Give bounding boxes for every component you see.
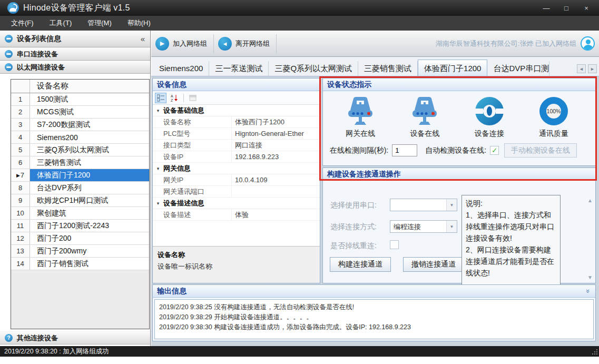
table-row[interactable]: 1 1500测试 xyxy=(11,93,149,106)
other-section-icon: ? xyxy=(5,334,13,342)
auto-detect-checkbox[interactable]: ✓ xyxy=(490,146,499,155)
device-list-icon xyxy=(5,35,13,43)
menu-bar: 文件(F) 工具(T) 管理(M) 帮助(H) xyxy=(0,16,599,31)
category-description-info[interactable]: ▾ 设备描述信息 xyxy=(153,198,320,209)
table-row[interactable]: 3 S7-200数据测试 xyxy=(11,119,149,131)
close-icon[interactable]: × xyxy=(582,4,591,12)
dropdown-arrow-icon[interactable]: ▼ xyxy=(446,199,457,211)
table-row[interactable]: 14 西门子销售测试 xyxy=(11,258,149,270)
category-chevron-icon[interactable]: ▾ xyxy=(153,108,163,113)
other-section-label: 其他连接设备 xyxy=(17,333,58,343)
instruction-note: 说明: 1、选择串口、连接方式和掉线重连操作选项只对串口连接设备有效! 2、网口… xyxy=(461,195,561,286)
category-chevron-icon[interactable]: ▾ xyxy=(153,166,163,171)
tab-delta-dvp[interactable]: 台达DVP串口测 xyxy=(487,61,549,76)
network-toolbar: ▶ 加入网络组 ◄ 离开网络组 湖南华辰智通科技有限公司:张烨 已加入网络组 xyxy=(151,31,599,57)
property-row[interactable]: PLC型号 Hignton-General-Ether xyxy=(153,128,320,140)
tab-scroll-left-icon[interactable]: ◄ xyxy=(577,64,586,73)
table-row[interactable]: 8 台达DVP系列 xyxy=(11,182,149,194)
table-row[interactable]: 10 聚创建筑 xyxy=(11,207,149,220)
table-row[interactable]: 11 西门子1200测试-2243 xyxy=(11,220,149,232)
property-row[interactable]: 设备描述 体验 xyxy=(153,209,320,221)
device-info-panel: 设备信息 AZ ▾ 设备基础信息 设备名称 体验西门子1200 PLC型号 Hi… xyxy=(152,78,320,283)
menu-manage[interactable]: 管理(M) xyxy=(80,16,120,31)
interval-input[interactable] xyxy=(392,144,417,156)
output-panel-header: 输出信息 » xyxy=(153,285,595,298)
build-channel-button[interactable]: 构建连接通道 xyxy=(330,257,391,272)
user-avatar[interactable] xyxy=(581,36,595,51)
tab-siemens200[interactable]: Siemens200 xyxy=(153,61,209,76)
sort-az-icon[interactable]: AZ xyxy=(169,93,180,103)
gateway-online-icon xyxy=(343,95,378,127)
maximize-icon[interactable]: □ xyxy=(562,4,571,12)
table-row[interactable]: 6 三菱销售测试 xyxy=(11,156,149,169)
device-table-header: 设备名称 xyxy=(11,80,149,93)
dropdown-arrow-icon[interactable]: ▼ xyxy=(446,221,457,232)
join-network-button[interactable]: ▶ 加入网络组 xyxy=(151,34,214,53)
table-row[interactable]: 12 西门子200 xyxy=(11,232,149,245)
tab-sanyi-pump[interactable]: 三一泵送测试 xyxy=(209,61,269,76)
selected-property-name: 设备名称 xyxy=(158,250,315,260)
tab-scroll-right-icon[interactable]: ► xyxy=(588,64,597,73)
property-row[interactable]: 网关IP 10.0.4.109 xyxy=(153,174,320,186)
device-connect-indicator: 设备连接 xyxy=(460,95,518,139)
tab-mitsubishi-sales[interactable]: 三菱销售测试 xyxy=(358,61,418,76)
table-row[interactable]: 4 Siemens200 xyxy=(11,131,149,144)
status-bar-text: 2019/2/20 9:38:20 : 加入网络组成功 xyxy=(4,347,109,356)
device-connect-icon xyxy=(474,95,505,127)
property-row[interactable]: 设备名称 体验西门子1200 xyxy=(153,116,320,128)
interval-label: 在线检测间隔(秒): xyxy=(330,146,388,155)
reconnect-checkbox[interactable] xyxy=(390,240,399,249)
output-title: 输出信息 xyxy=(157,285,186,297)
category-gateway-info[interactable]: ▾ 网关信息 xyxy=(153,163,320,174)
section-ethernet-devices[interactable]: 以太网连接设备 xyxy=(0,61,150,74)
revoke-channel-button[interactable]: 撤销连接通道 xyxy=(403,257,464,272)
sidebar-collapse-icon[interactable]: « xyxy=(141,34,145,43)
sidebar-header: 设备列表信息 « xyxy=(0,31,150,47)
table-row[interactable]: 2 MCGS测试 xyxy=(11,106,149,119)
device-online-indicator: 设备在线 xyxy=(396,95,454,139)
property-row[interactable]: 接口类型 网口连接 xyxy=(153,140,320,151)
scroll-up-icon[interactable]: ▲ xyxy=(587,198,593,203)
window-title: Hinode设备管理客户端 v1.5 xyxy=(23,3,130,14)
comm-quality-icon: 100% xyxy=(538,95,569,127)
tab-siemens1200-active[interactable]: 体验西门子1200 xyxy=(418,60,487,76)
table-row[interactable]: 9 欧姆龙CP1H网口测试 xyxy=(11,194,149,207)
table-row[interactable]: 13 西门子200wmy xyxy=(11,245,149,258)
output-panel: 输出信息 » 2019/2/20 9:38:25 没有构建连接通道，无法自动检测… xyxy=(152,284,596,341)
menu-file[interactable]: 文件(F) xyxy=(3,16,42,31)
menu-help[interactable]: 帮助(H) xyxy=(120,16,159,31)
property-row[interactable]: 网关通讯端口 xyxy=(153,186,320,198)
selected-property-description: 设备唯一标识名称 xyxy=(158,262,315,271)
status-bar: 2019/2/20 9:38:20 : 加入网络组成功 xyxy=(0,346,599,357)
section-other-devices[interactable]: ? 其他连接设备 xyxy=(0,331,150,345)
property-pages-icon xyxy=(187,93,199,103)
resize-grip[interactable] xyxy=(591,348,597,355)
category-chevron-icon[interactable]: ▾ xyxy=(153,201,163,206)
join-network-icon: ▶ xyxy=(155,37,169,51)
svg-text:Z: Z xyxy=(171,99,173,102)
output-log[interactable]: 2019/2/20 9:38:25 没有构建连接通道，无法自动检测设备是否在线!… xyxy=(154,299,594,339)
tab-mitsubishi-q[interactable]: 三菱Q系列以太网测试 xyxy=(269,61,358,76)
manual-detect-button[interactable]: 手动检测设备在线 xyxy=(504,143,577,158)
menu-tools[interactable]: 工具(T) xyxy=(42,16,80,31)
device-info-title: 设备信息 xyxy=(153,78,320,91)
table-row[interactable]: 5 三菱Q系列以太网测试 xyxy=(11,144,149,156)
sidebar-title: 设备列表信息 xyxy=(17,34,61,44)
device-status-panel: 设备状态指示 网关在线 设备在线 xyxy=(322,78,596,166)
gateway-online-indicator: 网关在线 xyxy=(331,95,389,139)
section-serial-devices[interactable]: 串口连接设备 xyxy=(0,47,150,61)
categorized-view-icon[interactable] xyxy=(155,93,166,103)
output-collapse-icon[interactable]: » xyxy=(582,289,594,293)
comm-quality-indicator: 100% 通讯质量 xyxy=(525,95,583,139)
selected-row-marker-icon: ▶ xyxy=(16,173,20,178)
serial-port-combobox[interactable]: ▼ xyxy=(390,199,457,211)
minimize-icon[interactable]: — xyxy=(542,4,551,12)
category-basic-info[interactable]: ▾ 设备基础信息 xyxy=(153,105,320,116)
leave-network-button[interactable]: ◄ 离开网络组 xyxy=(214,34,277,53)
scroll-down-icon[interactable]: ▼ xyxy=(587,274,593,280)
property-row[interactable]: 设备IP 192.168.9.223 xyxy=(153,151,320,163)
table-row-selected[interactable]: ▶7 体验西门子1200 xyxy=(11,169,149,182)
property-grid-toolbar: AZ xyxy=(153,91,320,105)
connect-mode-combobox[interactable]: 编程连接 ▼ xyxy=(390,220,457,233)
svg-text:100%: 100% xyxy=(546,108,561,114)
